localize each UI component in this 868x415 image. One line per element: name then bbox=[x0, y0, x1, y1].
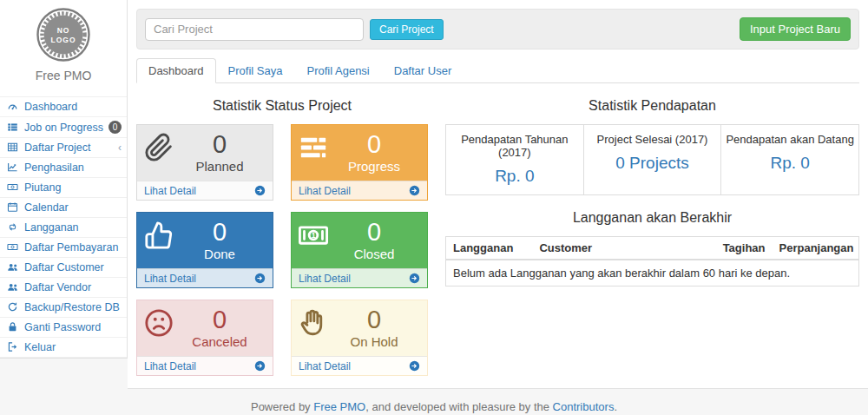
money-icon bbox=[7, 181, 19, 194]
arrow-circle-right-icon bbox=[254, 185, 266, 196]
sidebar-item-piutang[interactable]: Piutang bbox=[0, 177, 127, 197]
stat-label: Pendapatan Tahunan (2017) bbox=[450, 133, 580, 159]
sidebar-item-label: Daftar Project bbox=[24, 142, 90, 154]
sidebar-item-label: Keluar bbox=[24, 341, 56, 353]
arrow-circle-right-icon bbox=[254, 273, 266, 284]
sidebar-item-langganan[interactable]: Langganan bbox=[0, 217, 127, 237]
status-card-body: 0Canceled bbox=[137, 300, 273, 356]
income-section-title: Statistik Pendapatan bbox=[445, 98, 859, 114]
sidebar-item-label: Backup/Restore DB bbox=[24, 301, 120, 313]
status-card-body: 10Closed bbox=[292, 213, 427, 268]
lihat-detail-label: Lihat Detail bbox=[299, 360, 351, 372]
lihat-detail-link[interactable]: Lihat Detail bbox=[137, 181, 273, 200]
search-input[interactable] bbox=[145, 18, 364, 41]
arrow-circle-right-icon bbox=[409, 273, 420, 284]
sidebar-item-daftar-project[interactable]: Daftar Project‹ bbox=[0, 137, 127, 157]
sign-out-icon bbox=[7, 341, 19, 353]
frown-icon bbox=[144, 308, 174, 340]
table-row: Belum ada Langganan yang akan berakhir d… bbox=[446, 260, 859, 287]
column-header-customer: Customer bbox=[532, 237, 701, 260]
stat-value: Rp. 0 bbox=[725, 154, 855, 173]
status-card-body: 0Planned bbox=[137, 125, 273, 181]
stat-value: Rp. 0 bbox=[450, 167, 580, 186]
lihat-detail-link[interactable]: Lihat Detail bbox=[292, 356, 427, 375]
lihat-detail-link[interactable]: Lihat Detail bbox=[137, 268, 273, 287]
tab-daftar-user[interactable]: Daftar User bbox=[382, 58, 464, 83]
chevron-left-icon: ‹ bbox=[118, 142, 122, 153]
free-pmo-link[interactable]: Free PMO bbox=[313, 400, 365, 413]
sidebar-item-ganti-password[interactable]: Ganti Password bbox=[0, 317, 127, 337]
status-card-body: 0Done bbox=[137, 213, 273, 268]
sidebar-item-backup-restore-db[interactable]: Backup/Restore DB bbox=[0, 297, 127, 317]
svg-text:1: 1 bbox=[312, 231, 316, 240]
search-button[interactable]: Cari Project bbox=[370, 19, 444, 40]
arrow-circle-right-icon bbox=[409, 185, 420, 196]
page-footer: Powered by Free PMO, and developed with … bbox=[0, 389, 868, 415]
new-project-button[interactable]: Input Project Baru bbox=[740, 17, 851, 41]
lihat-detail-link[interactable]: Lihat Detail bbox=[137, 356, 273, 375]
subscription-section-title: Langganan akan Berakhir bbox=[445, 210, 859, 226]
retweet-icon bbox=[7, 221, 19, 234]
sidebar-item-daftar-customer[interactable]: Daftar Customer bbox=[0, 257, 127, 277]
sidebar-item-label: Daftar Pembayaran bbox=[24, 241, 118, 254]
tab-dashboard[interactable]: Dashboard bbox=[136, 58, 216, 83]
svg-text:NO: NO bbox=[57, 26, 70, 35]
status-card-progress: 0ProgressLihat Detail bbox=[291, 124, 428, 201]
stat-label: Project Selesai (2017) bbox=[588, 133, 718, 146]
income-stat-project-selesai-2017: Project Selesai (2017)0 Projects bbox=[583, 125, 721, 194]
tab-profil-agensi[interactable]: Profil Agensi bbox=[294, 58, 381, 83]
status-card-body: 0Progress bbox=[292, 125, 427, 181]
brand-block: NO LOGO Free PMO bbox=[0, 0, 127, 88]
footer-text: Powered by bbox=[251, 400, 313, 413]
tab-bar: DashboardProfil SayaProfil AgensiDaftar … bbox=[136, 58, 859, 83]
sidebar-item-daftar-vendor[interactable]: Daftar Vendor bbox=[0, 277, 127, 297]
thumbs-up-icon bbox=[144, 221, 174, 253]
sidebar-item-label: Daftar Vendor bbox=[24, 281, 91, 293]
lihat-detail-link[interactable]: Lihat Detail bbox=[292, 181, 427, 200]
footer-text: . bbox=[614, 400, 617, 413]
status-card-on-hold: 0On HoldLihat Detail bbox=[291, 300, 428, 376]
table-icon bbox=[7, 142, 19, 154]
sidebar-item-label: Langganan bbox=[24, 221, 79, 234]
sidebar-item-label: Job on Progress bbox=[24, 122, 103, 134]
income-stats-table: Pendapatan Tahunan (2017)Rp. 0Project Se… bbox=[445, 124, 859, 195]
dashboard-icon bbox=[7, 101, 19, 113]
sidebar-item-penghasilan[interactable]: Penghasilan bbox=[0, 157, 127, 177]
main-content: Cari Project Input Project Baru Dashboar… bbox=[128, 0, 868, 389]
sidebar-item-label: Calendar bbox=[24, 201, 69, 214]
sidebar-item-label: Penghasilan bbox=[24, 161, 84, 174]
tab-profil-saya[interactable]: Profil Saya bbox=[216, 58, 295, 83]
refresh-icon bbox=[7, 301, 19, 313]
stat-label: Pendapatan akan Datang bbox=[725, 133, 855, 146]
paperclip-icon bbox=[144, 133, 174, 165]
sidebar-item-keluar[interactable]: Keluar bbox=[0, 337, 127, 358]
contributors-link[interactable]: Contributors bbox=[553, 400, 615, 413]
sidebar-item-calendar[interactable]: Calendar bbox=[0, 197, 127, 217]
calendar-icon bbox=[7, 201, 19, 214]
income-column: Statistik Pendapatan Pendapatan Tahunan … bbox=[445, 83, 859, 376]
sidebar-item-job-on-progress[interactable]: Job on Progress0 bbox=[0, 116, 127, 137]
money-bill-icon: 1 bbox=[299, 221, 328, 253]
count-badge: 0 bbox=[108, 121, 122, 134]
status-card-done: 0DoneLihat Detail bbox=[136, 212, 273, 288]
lihat-detail-link[interactable]: Lihat Detail bbox=[292, 268, 427, 287]
column-header-tagihan: Tagihan bbox=[702, 237, 773, 260]
lihat-detail-label: Lihat Detail bbox=[144, 273, 196, 285]
column-header-perpanjangan: Perpanjangan bbox=[773, 237, 859, 260]
app-layout: NO LOGO Free PMO DashboardJob on Progres… bbox=[0, 0, 868, 389]
sidebar: NO LOGO Free PMO DashboardJob on Progres… bbox=[0, 0, 128, 359]
dashboard-body: Statistik Status Project 0PlannedLihat D… bbox=[128, 83, 868, 376]
status-column: Statistik Status Project 0PlannedLihat D… bbox=[136, 83, 428, 376]
tasks-icon bbox=[299, 133, 328, 165]
money-icon bbox=[7, 241, 19, 254]
arrow-circle-right-icon bbox=[409, 360, 420, 372]
stat-value: 0 Projects bbox=[588, 154, 718, 173]
sidebar-item-dashboard[interactable]: Dashboard bbox=[0, 96, 127, 116]
column-header-langganan: Langganan bbox=[446, 237, 533, 260]
sidebar-item-daftar-pembayaran[interactable]: Daftar Pembayaran bbox=[0, 237, 127, 257]
sidebar-item-label: Daftar Customer bbox=[24, 261, 104, 273]
svg-text:LOGO: LOGO bbox=[50, 36, 76, 44]
sidebar-item-label: Piutang bbox=[24, 181, 61, 194]
users-icon bbox=[7, 281, 19, 293]
status-card-closed: 10ClosedLihat Detail bbox=[291, 212, 428, 288]
